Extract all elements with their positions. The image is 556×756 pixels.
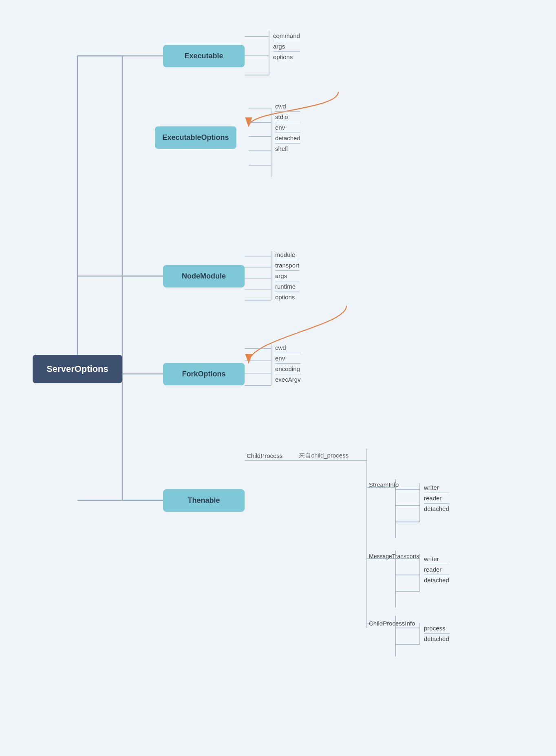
executable-node: Executable — [163, 45, 245, 67]
executableoptions-fields: cwd stdio env detached shell — [275, 101, 300, 154]
messagetransports-field-detached: detached — [424, 575, 449, 585]
executableoptions-field-env: env — [275, 122, 300, 133]
messagetransports-row: MessageTransports — [369, 553, 419, 560]
diagram-container: ServerOptions Executable command args op… — [0, 0, 556, 756]
root-node: ServerOptions — [33, 355, 122, 383]
executable-field-command: command — [273, 31, 300, 41]
childprocessinfo-fields: process detached — [424, 623, 449, 644]
executableoptions-field-detached: detached — [275, 133, 300, 144]
streaminfo-label: StreamInfo — [369, 481, 399, 488]
childprocess-label: ChildProcess — [247, 452, 282, 459]
executableoptions-label: ExecutableOptions — [162, 133, 229, 142]
forkoptions-field-env: env — [275, 353, 301, 364]
executableoptions-field-cwd: cwd — [275, 101, 300, 112]
messagetransports-fields: writer reader detached — [424, 554, 449, 585]
thenable-label: Thenable — [188, 496, 220, 505]
childprocessinfo-field-detached: detached — [424, 634, 449, 644]
childprocessinfo-row: ChildProcessInfo — [369, 620, 415, 627]
streaminfo-row: StreamInfo — [369, 481, 399, 489]
forkoptions-field-execargv: execArgv — [275, 374, 301, 385]
childprocessinfo-label: ChildProcessInfo — [369, 620, 415, 627]
executable-fields: command args options — [273, 31, 300, 62]
executableoptions-field-shell: shell — [275, 144, 300, 154]
root-label: ServerOptions — [46, 364, 108, 374]
executable-label: Executable — [184, 52, 223, 60]
executable-field-options: options — [273, 52, 300, 62]
nodemodule-field-args: args — [275, 271, 299, 281]
nodemodule-fields: module transport args runtime options — [275, 250, 299, 302]
streaminfo-fields: writer reader detached — [424, 482, 449, 514]
streaminfo-field-writer: writer — [424, 482, 449, 493]
executable-field-args: args — [273, 41, 300, 52]
forkoptions-label: ForkOptions — [182, 370, 226, 378]
executableoptions-node: ExecutableOptions — [155, 126, 236, 149]
nodemodule-node: NodeModule — [163, 265, 245, 287]
forkoptions-field-encoding: encoding — [275, 364, 301, 374]
thenable-node: Thenable — [163, 489, 245, 512]
streaminfo-field-detached: detached — [424, 504, 449, 514]
forkoptions-node: ForkOptions — [163, 363, 245, 385]
childprocess-row: ChildProcess 来自child_process — [247, 452, 349, 460]
nodemodule-field-transport: transport — [275, 260, 299, 271]
nodemodule-label: NodeModule — [182, 272, 226, 281]
streaminfo-field-reader: reader — [424, 493, 449, 504]
forkoptions-field-cwd: cwd — [275, 343, 301, 353]
messagetransports-field-writer: writer — [424, 554, 449, 564]
executableoptions-field-stdio: stdio — [275, 112, 300, 122]
nodemodule-field-options: options — [275, 292, 299, 302]
messagetransports-label: MessageTransports — [369, 553, 419, 559]
messagetransports-field-reader: reader — [424, 564, 449, 575]
childprocess-note: 来自child_process — [299, 452, 349, 460]
nodemodule-field-module: module — [275, 250, 299, 260]
childprocessinfo-field-process: process — [424, 623, 449, 634]
nodemodule-field-runtime: runtime — [275, 281, 299, 292]
forkoptions-fields: cwd env encoding execArgv — [275, 343, 301, 385]
